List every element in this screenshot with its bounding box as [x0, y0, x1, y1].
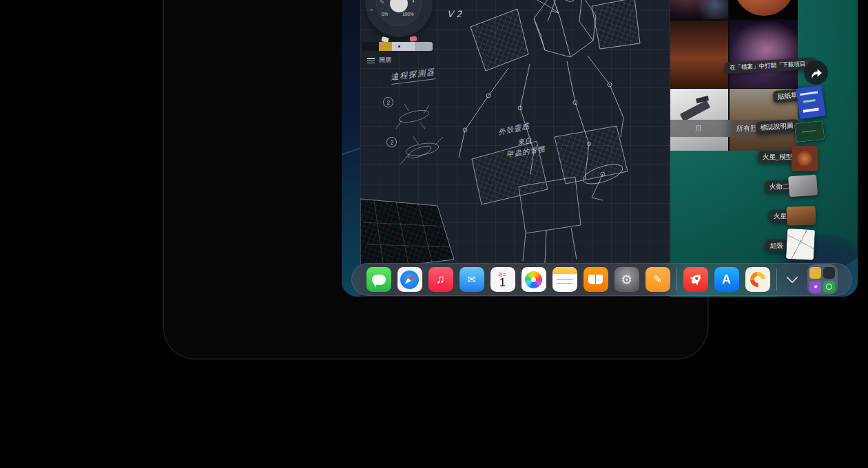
- concepts-app-icon[interactable]: [745, 267, 770, 292]
- swatch-selection-dot: [398, 45, 400, 47]
- opacity-max-label: 100%: [402, 12, 414, 17]
- rocket-icon: [685, 268, 706, 290]
- safari-app-icon[interactable]: [397, 267, 422, 292]
- opacity-min-label: 0%: [382, 12, 388, 17]
- tab-months[interactable]: 月: [695, 124, 702, 134]
- ipad-screen: 轉用太陽能 衛星 監視 V 2 遠程探測器 2 2 外殼靈感 來自 甲蟲的骨骼 …: [342, 0, 858, 297]
- rocket-app-icon[interactable]: [683, 267, 708, 292]
- drag-thumb-assembly-sketch[interactable]: [786, 228, 815, 260]
- envelope-icon: ✉: [467, 273, 476, 286]
- appstore-a-icon: A: [722, 273, 731, 287]
- wavy-brush-icon[interactable]: ≈: [370, 6, 373, 13]
- color-swatch-bar[interactable]: [362, 42, 433, 51]
- app-library-icon[interactable]: ★: [807, 264, 838, 295]
- settings-app-icon[interactable]: ⚙: [614, 267, 639, 292]
- ipad-device: 轉用太陽能 衛星 監視 V 2 遠程探測器 2 2 外殼靈感 來自 甲蟲的骨骼 …: [163, 0, 708, 359]
- music-note-icon: ♫: [436, 273, 445, 286]
- smoothing-icon[interactable]: ∿: [380, 0, 384, 5]
- opacity-icon[interactable]: ◐: [412, 0, 415, 4]
- drawing-app-window[interactable]: 轉用太陽能 衛星 監視 V 2 遠程探測器 2 2 外殼靈感 來自 甲蟲的骨骼 …: [360, 0, 670, 297]
- photo-orion-nebula[interactable]: [730, 21, 798, 88]
- flower-icon: [525, 271, 542, 288]
- drag-thumb-deimos[interactable]: [788, 175, 818, 198]
- drag-thumb-mars-model[interactable]: [792, 146, 818, 171]
- photos-app-icon[interactable]: [521, 267, 546, 292]
- drag-item-label[interactable]: 組裝: [765, 240, 788, 252]
- music-app-icon[interactable]: ♫: [428, 267, 453, 292]
- layers-icon: [367, 58, 375, 63]
- swatch-gray[interactable]: [415, 42, 433, 51]
- calendar-app-icon[interactable]: 週二 1: [490, 267, 515, 292]
- satellite-shape: [680, 100, 710, 121]
- calendar-day: 1: [499, 277, 506, 289]
- share-arrow-icon: [809, 67, 823, 79]
- notes-app-icon[interactable]: [552, 267, 577, 292]
- dock-divider: [776, 268, 777, 290]
- share-arrow-button[interactable]: [804, 61, 828, 85]
- drag-thumb-mars-photo[interactable]: [787, 206, 816, 225]
- open-book-icon: [588, 275, 603, 284]
- concepts-c-icon: [747, 269, 768, 290]
- photo-mars-planet[interactable]: [730, 0, 798, 19]
- swatch-dark[interactable]: [362, 42, 379, 51]
- dock-chevron-button[interactable]: [783, 267, 801, 292]
- annotation-version: V 2: [447, 9, 462, 19]
- layers-label: 圖層: [379, 56, 391, 65]
- dock: ♫ ✉ 週二 1 ⚙ ✎ A ★: [351, 263, 852, 296]
- mars-sphere: [734, 0, 794, 16]
- swatch-lightgray[interactable]: [392, 42, 415, 51]
- photo-nebula[interactable]: [670, 0, 728, 19]
- pages-app-icon[interactable]: ✎: [645, 267, 670, 292]
- chevron-down-icon: [786, 272, 798, 284]
- gear-icon: ⚙: [621, 272, 632, 288]
- messages-app-icon[interactable]: [366, 267, 391, 292]
- dock-divider: [676, 268, 677, 290]
- books-app-icon[interactable]: [583, 267, 608, 292]
- star-mini-icon: ★: [809, 281, 821, 292]
- compass-needle-icon: [404, 273, 416, 286]
- chat-bubble-icon: [372, 275, 386, 285]
- brush-preview-dot[interactable]: [390, 0, 408, 12]
- layers-button[interactable]: 圖層: [367, 56, 391, 65]
- drag-thumb-logo-diagram[interactable]: [794, 120, 825, 142]
- app-store-icon[interactable]: A: [714, 267, 739, 292]
- pen-icon: ✎: [653, 273, 662, 286]
- photo-mars-surface[interactable]: [670, 21, 728, 88]
- swatch-gold[interactable]: [379, 42, 391, 51]
- mail-app-icon[interactable]: ✉: [459, 267, 484, 292]
- drag-thumb-sticker-sheet[interactable]: [796, 85, 826, 120]
